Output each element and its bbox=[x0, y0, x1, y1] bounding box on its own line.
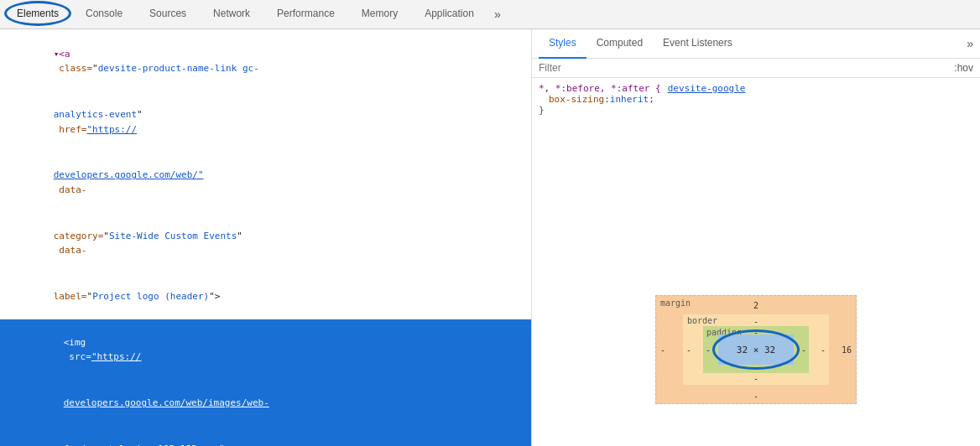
border-label: border bbox=[687, 316, 717, 325]
css-close-brace: } bbox=[539, 105, 973, 116]
tab-event-listeners[interactable]: Event Listeners bbox=[653, 29, 743, 59]
padding-right-value: - bbox=[801, 345, 806, 355]
margin-top-value: 2 bbox=[753, 301, 758, 310]
elements-panel: ▾<a class="devsite-product-name-link gc-… bbox=[0, 29, 532, 446]
styles-panel: Styles Computed Event Listeners » :hov *… bbox=[532, 29, 980, 446]
tab-styles[interactable]: Styles bbox=[539, 29, 586, 59]
margin-right-value: 16 bbox=[842, 345, 852, 355]
tab-performance[interactable]: Performance bbox=[263, 0, 348, 29]
tab-network[interactable]: Network bbox=[200, 0, 263, 29]
box-model-oval-annotation bbox=[712, 329, 800, 370]
code-line-2: analytics-event" href="https:// bbox=[0, 91, 531, 152]
styles-more-button[interactable]: » bbox=[967, 37, 973, 50]
tab-more-button[interactable]: » bbox=[487, 8, 508, 21]
margin-bottom-value: - bbox=[753, 392, 758, 401]
code-line-selected[interactable]: <img src="https:// bbox=[0, 319, 531, 380]
css-property-line: box-sizing : inherit ; bbox=[539, 94, 973, 105]
elements-tab-label: Elements bbox=[17, 8, 59, 19]
styles-tabs: Styles Computed Event Listeners » bbox=[532, 29, 980, 59]
padding-left-value: - bbox=[706, 345, 711, 355]
code-line-selected-2: developers.google.com/web/images/web- bbox=[0, 381, 531, 427]
tab-application[interactable]: Application bbox=[411, 0, 487, 29]
top-tab-bar: Elements Console Sources Network Perform… bbox=[0, 0, 980, 29]
code-line-selected-3: fundamentals-icon192x192.png" class= bbox=[0, 426, 531, 446]
filter-bar: :hov bbox=[532, 59, 980, 78]
box-model-border: border - - - - padding - - - - 32 × 32 bbox=[683, 314, 829, 385]
box-model-container: margin 2 16 - - border - - - - padding -… bbox=[532, 254, 980, 447]
code-line-4: category="Site-Wide Custom Events" data- bbox=[0, 213, 531, 273]
margin-left-value: - bbox=[660, 345, 665, 355]
border-right-value: - bbox=[821, 345, 826, 355]
main-content: ▾<a class="devsite-product-name-link gc-… bbox=[0, 29, 980, 446]
border-top-value: - bbox=[753, 317, 758, 326]
tab-computed[interactable]: Computed bbox=[586, 29, 653, 59]
tab-elements[interactable]: Elements bbox=[3, 0, 72, 29]
box-model-content: 32 × 32 bbox=[718, 334, 794, 365]
border-bottom-value: - bbox=[753, 374, 758, 383]
tab-memory[interactable]: Memory bbox=[348, 0, 411, 29]
css-source-link[interactable]: devsite-google bbox=[668, 83, 746, 94]
box-model-margin: margin 2 16 - - border - - - - padding -… bbox=[655, 295, 857, 404]
css-selector-line: *, *:before, *:after { devsite-google bbox=[539, 83, 973, 94]
code-line-3: developers.google.com/web/" data- bbox=[0, 153, 531, 213]
filter-hov-label[interactable]: :hov bbox=[954, 62, 973, 74]
tab-sources[interactable]: Sources bbox=[136, 0, 200, 29]
tab-console[interactable]: Console bbox=[72, 0, 136, 29]
css-rules: *, *:before, *:after { devsite-google bo… bbox=[532, 78, 980, 254]
margin-label: margin bbox=[660, 298, 691, 308]
code-line-5: label="Project logo (header)"> bbox=[0, 274, 531, 320]
box-model-padding: padding - - - - 32 × 32 bbox=[703, 326, 809, 373]
code-line-1: ▾<a class="devsite-product-name-link gc- bbox=[0, 31, 531, 91]
filter-input[interactable] bbox=[539, 62, 947, 74]
border-left-value: - bbox=[686, 345, 691, 355]
